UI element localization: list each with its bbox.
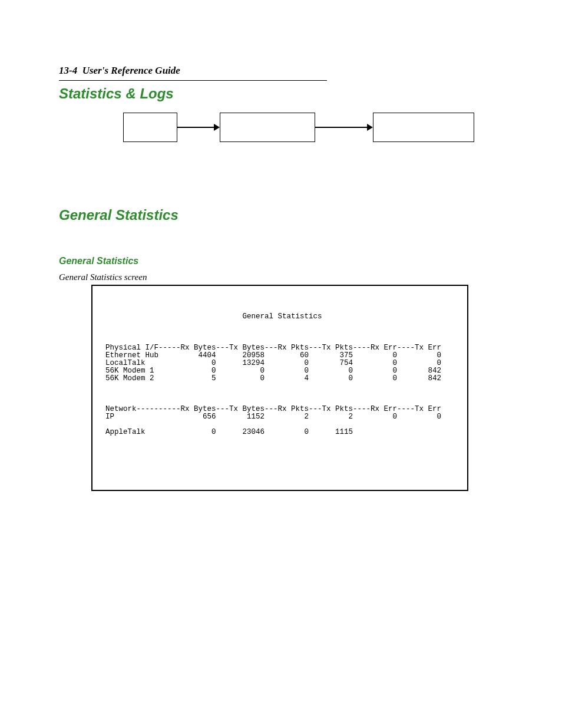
header-rule [59,80,327,81]
page-number: 13-4 [59,65,77,76]
subsection-title: General Statistics [59,207,503,223]
page-header: 13-4 User's Reference Guide [59,65,503,77]
guide-title: User's Reference Guide [82,65,180,76]
section-title: Statistics & Logs [59,85,503,102]
flow-box-2 [220,113,315,142]
flow-diagram [59,113,503,142]
flow-box-3 [373,113,474,142]
terminal-screen: General Statistics Physical I/F-----Rx B… [91,285,468,491]
flow-box-1 [123,113,177,142]
figure-caption: General Statistics screen [59,272,503,282]
terminal-title: General Statistics [105,313,459,321]
arrow-icon [315,124,373,131]
sub-heading: General Statistics [59,256,503,266]
arrow-icon [177,124,220,131]
terminal-body: Physical I/F-----Rx Bytes---Tx Bytes---R… [105,344,459,436]
